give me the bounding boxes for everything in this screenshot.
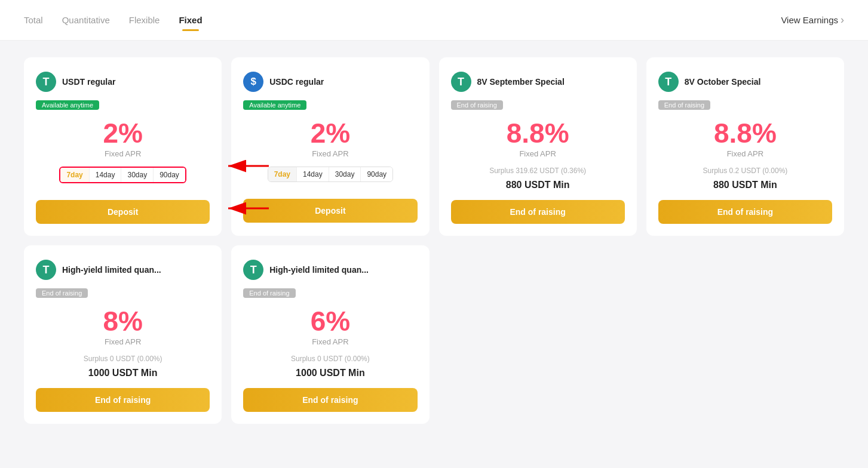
apr-value: 2% <box>243 119 417 147</box>
card-high-yield-2: T High-yield limited quan... End of rais… <box>231 245 429 424</box>
card-header: T High-yield limited quan... <box>243 260 417 280</box>
end-raising-button[interactable]: End of raising <box>658 200 832 224</box>
card-header: $ USDC regular <box>243 72 417 92</box>
day-7-btn[interactable]: 7day <box>60 168 89 182</box>
tether-icon: T <box>36 260 56 280</box>
cards-row-1: T USDT regular Available anytime 2% Fixe… <box>24 57 844 236</box>
usdc-icon: $ <box>243 72 263 92</box>
surplus-label: Surplus 0 USDT (0.00%) <box>243 355 417 363</box>
end-raising-badge: End of raising <box>36 288 88 298</box>
card-title: 8V October Special <box>685 77 761 87</box>
end-raising-button[interactable]: End of raising <box>451 200 625 224</box>
end-raising-badge: End of raising <box>243 288 295 298</box>
card-header: T USDT regular <box>36 72 210 92</box>
apr-value: 8% <box>36 307 210 335</box>
apr-value: 8.8% <box>658 119 832 147</box>
card-header: T 8V October Special <box>658 72 832 92</box>
card-title: High-yield limited quan... <box>62 265 161 275</box>
day-selector: 7day 14day 30day 90day <box>268 167 393 182</box>
min-label: 880 USDT Min <box>658 180 832 190</box>
tab-total[interactable]: Total <box>24 13 43 27</box>
card-8v-september: T 8V September Special End of raising 8.… <box>439 57 637 236</box>
tether-icon: T <box>243 260 263 280</box>
apr-label: Fixed APR <box>36 337 210 346</box>
apr-value: 6% <box>243 307 417 335</box>
end-raising-badge: End of raising <box>451 100 503 110</box>
day-30-btn[interactable]: 30day <box>329 167 361 181</box>
day-14-btn[interactable]: 14day <box>297 167 329 181</box>
surplus-label: Surplus 319.62 USDT (0.36%) <box>451 167 625 175</box>
card-8v-october: T 8V October Special End of raising 8.8%… <box>646 57 844 236</box>
min-label: 1000 USDT Min <box>243 368 417 378</box>
tether-icon: T <box>658 72 679 92</box>
day-selector-highlighted: 7day 14day 30day 90day <box>59 167 186 183</box>
card-usdt-regular: T USDT regular Available anytime 2% Fixe… <box>24 57 222 236</box>
apr-label: Fixed APR <box>243 149 417 158</box>
deposit-button[interactable]: Deposit <box>36 200 210 224</box>
surplus-label: Surplus 0.2 USDT (0.00%) <box>658 167 832 175</box>
tether-icon: T <box>36 72 56 92</box>
card-title: High-yield limited quan... <box>269 265 369 275</box>
tab-fixed[interactable]: Fixed <box>179 13 202 27</box>
apr-label: Fixed APR <box>36 149 210 158</box>
min-label: 1000 USDT Min <box>36 368 210 378</box>
card-header: T 8V September Special <box>451 72 625 92</box>
surplus-label: Surplus 0 USDT (0.00%) <box>36 355 210 363</box>
card-usdc-regular: $ USDC regular Available anytime 2% Fixe… <box>231 57 429 236</box>
tab-flexible[interactable]: Flexible <box>129 13 160 27</box>
apr-label: Fixed APR <box>658 149 832 158</box>
card-header: T High-yield limited quan... <box>36 260 210 280</box>
tab-quantitative[interactable]: Quantitative <box>62 13 110 27</box>
nav-tabs: Total Quantitative Flexible Fixed <box>24 13 203 27</box>
card-title: USDT regular <box>62 77 115 87</box>
card-title: 8V September Special <box>477 77 565 87</box>
cards-row-2: T High-yield limited quan... End of rais… <box>24 245 844 424</box>
main-content: T USDT regular Available anytime 2% Fixe… <box>0 41 868 441</box>
tether-icon: T <box>451 72 471 92</box>
end-raising-button[interactable]: End of raising <box>243 388 417 412</box>
available-badge: Available anytime <box>36 100 99 110</box>
apr-label: Fixed APR <box>243 337 417 346</box>
day-30-btn[interactable]: 30day <box>121 168 154 182</box>
apr-value: 8.8% <box>451 119 625 147</box>
day-7-btn[interactable]: 7day <box>268 167 297 181</box>
deposit-button[interactable]: Deposit <box>243 199 417 223</box>
view-earnings-link[interactable]: View Earnings › <box>781 14 844 26</box>
min-label: 880 USDT Min <box>451 180 625 190</box>
day-90-btn[interactable]: 90day <box>154 168 185 182</box>
end-raising-button[interactable]: End of raising <box>36 388 210 412</box>
card-high-yield-1: T High-yield limited quan... End of rais… <box>24 245 222 424</box>
chevron-right-icon: › <box>841 14 844 26</box>
header: Total Quantitative Flexible Fixed View E… <box>0 0 868 41</box>
day-14-btn[interactable]: 14day <box>90 168 122 182</box>
view-earnings-label: View Earnings <box>781 15 838 25</box>
apr-value: 2% <box>36 119 210 147</box>
day-90-btn[interactable]: 90day <box>361 167 392 181</box>
apr-label: Fixed APR <box>451 149 625 158</box>
end-raising-badge: End of raising <box>658 100 710 110</box>
card-title: USDC regular <box>269 77 324 87</box>
available-badge: Available anytime <box>243 100 306 110</box>
